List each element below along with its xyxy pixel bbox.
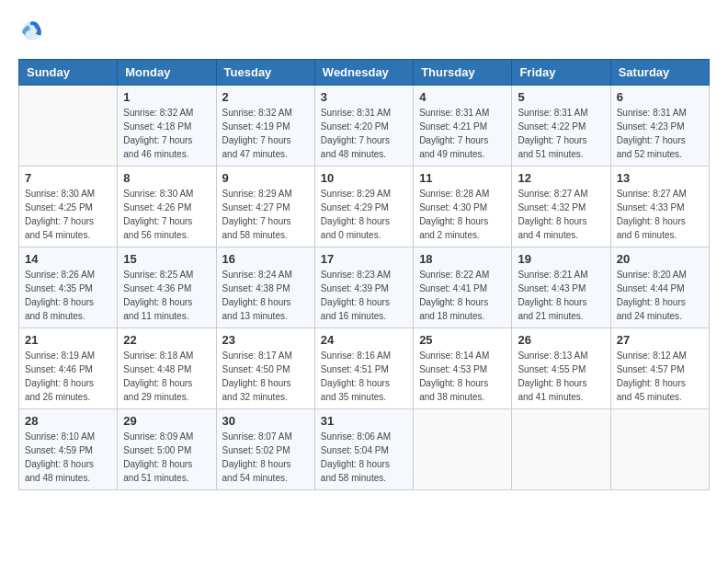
sunset-text: Sunset: 4:53 PM xyxy=(419,362,506,376)
day-number: 2 xyxy=(222,90,309,104)
calendar-cell: 22 Sunrise: 8:18 AM Sunset: 4:48 PM Dayl… xyxy=(118,328,216,409)
sunrise-text: Sunrise: 8:23 AM xyxy=(321,268,407,282)
day-number: 9 xyxy=(222,171,309,185)
day-number: 12 xyxy=(518,171,604,185)
cell-info: Sunrise: 8:29 AM Sunset: 4:29 PM Dayligh… xyxy=(321,187,407,242)
cell-info: Sunrise: 8:06 AM Sunset: 5:04 PM Dayligh… xyxy=(321,430,407,485)
cell-info: Sunrise: 8:09 AM Sunset: 5:00 PM Dayligh… xyxy=(123,430,210,485)
weekday-header-friday: Friday xyxy=(512,60,610,86)
daylight-text: Daylight: 8 hours and 24 minutes. xyxy=(617,295,703,323)
cell-info: Sunrise: 8:17 AM Sunset: 4:50 PM Dayligh… xyxy=(222,349,309,404)
sunset-text: Sunset: 4:25 PM xyxy=(25,201,111,214)
cell-info: Sunrise: 8:31 AM Sunset: 4:22 PM Dayligh… xyxy=(518,106,604,161)
calendar-week-row: 21 Sunrise: 8:19 AM Sunset: 4:46 PM Dayl… xyxy=(19,328,710,409)
daylight-text: Daylight: 8 hours and 48 minutes. xyxy=(25,457,111,485)
cell-info: Sunrise: 8:19 AM Sunset: 4:46 PM Dayligh… xyxy=(25,349,111,404)
sunset-text: Sunset: 4:23 PM xyxy=(617,120,703,133)
cell-info: Sunrise: 8:26 AM Sunset: 4:35 PM Dayligh… xyxy=(25,268,111,323)
calendar-cell: 13 Sunrise: 8:27 AM Sunset: 4:33 PM Dayl… xyxy=(610,167,709,247)
daylight-text: Daylight: 8 hours and 51 minutes. xyxy=(123,457,210,485)
day-number: 10 xyxy=(321,171,407,185)
calendar-cell: 9 Sunrise: 8:29 AM Sunset: 4:27 PM Dayli… xyxy=(216,167,314,247)
cell-info: Sunrise: 8:13 AM Sunset: 4:55 PM Dayligh… xyxy=(518,349,604,404)
cell-info: Sunrise: 8:30 AM Sunset: 4:25 PM Dayligh… xyxy=(25,187,111,242)
sunrise-text: Sunrise: 8:10 AM xyxy=(25,430,111,443)
daylight-text: Daylight: 8 hours and 54 minutes. xyxy=(222,457,309,485)
sunset-text: Sunset: 4:43 PM xyxy=(518,282,604,295)
sunset-text: Sunset: 4:38 PM xyxy=(222,282,309,295)
daylight-text: Daylight: 7 hours and 51 minutes. xyxy=(518,133,604,161)
sunset-text: Sunset: 4:44 PM xyxy=(617,282,703,295)
cell-info: Sunrise: 8:20 AM Sunset: 4:44 PM Dayligh… xyxy=(617,268,703,323)
sunrise-text: Sunrise: 8:22 AM xyxy=(419,268,506,282)
daylight-text: Daylight: 7 hours and 54 minutes. xyxy=(25,214,111,242)
sunset-text: Sunset: 4:57 PM xyxy=(617,362,703,376)
cell-info: Sunrise: 8:32 AM Sunset: 4:18 PM Dayligh… xyxy=(123,106,210,161)
cell-info: Sunrise: 8:27 AM Sunset: 4:33 PM Dayligh… xyxy=(617,187,703,242)
calendar-cell: 17 Sunrise: 8:23 AM Sunset: 4:39 PM Dayl… xyxy=(314,247,413,328)
sunset-text: Sunset: 4:41 PM xyxy=(419,282,506,295)
daylight-text: Daylight: 7 hours and 46 minutes. xyxy=(123,133,210,161)
calendar-cell: 8 Sunrise: 8:30 AM Sunset: 4:26 PM Dayli… xyxy=(118,167,216,247)
calendar-cell: 3 Sunrise: 8:31 AM Sunset: 4:20 PM Dayli… xyxy=(314,86,413,167)
cell-info: Sunrise: 8:24 AM Sunset: 4:38 PM Dayligh… xyxy=(222,268,309,323)
sunrise-text: Sunrise: 8:25 AM xyxy=(123,268,210,282)
calendar-cell: 28 Sunrise: 8:10 AM Sunset: 4:59 PM Dayl… xyxy=(19,409,118,490)
cell-info: Sunrise: 8:31 AM Sunset: 4:23 PM Dayligh… xyxy=(617,106,703,161)
sunrise-text: Sunrise: 8:28 AM xyxy=(419,187,506,201)
sunset-text: Sunset: 4:46 PM xyxy=(25,362,111,376)
calendar-cell xyxy=(610,409,709,490)
calendar-week-row: 28 Sunrise: 8:10 AM Sunset: 4:59 PM Dayl… xyxy=(19,409,710,490)
weekday-header-tuesday: Tuesday xyxy=(216,60,314,86)
cell-info: Sunrise: 8:30 AM Sunset: 4:26 PM Dayligh… xyxy=(123,187,210,242)
calendar-cell: 14 Sunrise: 8:26 AM Sunset: 4:35 PM Dayl… xyxy=(19,247,118,328)
daylight-text: Daylight: 8 hours and 4 minutes. xyxy=(518,214,604,242)
sunrise-text: Sunrise: 8:27 AM xyxy=(518,187,604,201)
calendar-week-row: 14 Sunrise: 8:26 AM Sunset: 4:35 PM Dayl… xyxy=(19,247,710,328)
calendar-week-row: 1 Sunrise: 8:32 AM Sunset: 4:18 PM Dayli… xyxy=(19,86,710,167)
sunset-text: Sunset: 4:26 PM xyxy=(123,201,210,214)
calendar-cell xyxy=(512,409,610,490)
sunrise-text: Sunrise: 8:29 AM xyxy=(222,187,309,201)
sunset-text: Sunset: 4:32 PM xyxy=(518,201,604,214)
weekday-header-sunday: Sunday xyxy=(19,60,118,86)
sunrise-text: Sunrise: 8:24 AM xyxy=(222,268,309,282)
calendar-cell: 25 Sunrise: 8:14 AM Sunset: 4:53 PM Dayl… xyxy=(414,328,512,409)
calendar-cell: 11 Sunrise: 8:28 AM Sunset: 4:30 PM Dayl… xyxy=(414,167,512,247)
calendar-cell: 2 Sunrise: 8:32 AM Sunset: 4:19 PM Dayli… xyxy=(216,86,314,167)
sunset-text: Sunset: 4:20 PM xyxy=(321,120,407,133)
cell-info: Sunrise: 8:27 AM Sunset: 4:32 PM Dayligh… xyxy=(518,187,604,242)
day-number: 25 xyxy=(419,333,506,347)
daylight-text: Daylight: 8 hours and 45 minutes. xyxy=(617,376,703,404)
day-number: 20 xyxy=(617,252,703,266)
sunrise-text: Sunrise: 8:18 AM xyxy=(123,349,210,362)
sunrise-text: Sunrise: 8:14 AM xyxy=(419,349,506,362)
cell-info: Sunrise: 8:23 AM Sunset: 4:39 PM Dayligh… xyxy=(321,268,407,323)
daylight-text: Daylight: 7 hours and 52 minutes. xyxy=(617,133,703,161)
calendar-table: SundayMondayTuesdayWednesdayThursdayFrid… xyxy=(18,59,710,490)
logo-icon xyxy=(18,18,44,44)
sunset-text: Sunset: 4:59 PM xyxy=(25,443,111,457)
calendar-cell: 24 Sunrise: 8:16 AM Sunset: 4:51 PM Dayl… xyxy=(314,328,413,409)
day-number: 11 xyxy=(419,171,506,185)
sunrise-text: Sunrise: 8:31 AM xyxy=(419,106,506,120)
day-number: 27 xyxy=(617,333,703,347)
calendar-cell: 20 Sunrise: 8:20 AM Sunset: 4:44 PM Dayl… xyxy=(610,247,709,328)
calendar-cell: 29 Sunrise: 8:09 AM Sunset: 5:00 PM Dayl… xyxy=(118,409,216,490)
sunrise-text: Sunrise: 8:17 AM xyxy=(222,349,309,362)
daylight-text: Daylight: 8 hours and 29 minutes. xyxy=(123,376,210,404)
sunrise-text: Sunrise: 8:32 AM xyxy=(222,106,309,120)
calendar-cell: 19 Sunrise: 8:21 AM Sunset: 4:43 PM Dayl… xyxy=(512,247,610,328)
sunrise-text: Sunrise: 8:09 AM xyxy=(123,430,210,443)
weekday-header-thursday: Thursday xyxy=(414,60,512,86)
calendar-cell: 23 Sunrise: 8:17 AM Sunset: 4:50 PM Dayl… xyxy=(216,328,314,409)
day-number: 6 xyxy=(617,90,703,104)
cell-info: Sunrise: 8:16 AM Sunset: 4:51 PM Dayligh… xyxy=(321,349,407,404)
day-number: 30 xyxy=(222,414,309,428)
cell-info: Sunrise: 8:14 AM Sunset: 4:53 PM Dayligh… xyxy=(419,349,506,404)
calendar-cell: 15 Sunrise: 8:25 AM Sunset: 4:36 PM Dayl… xyxy=(118,247,216,328)
logo xyxy=(18,18,48,44)
day-number: 23 xyxy=(222,333,309,347)
sunset-text: Sunset: 4:18 PM xyxy=(123,120,210,133)
day-number: 22 xyxy=(123,333,210,347)
